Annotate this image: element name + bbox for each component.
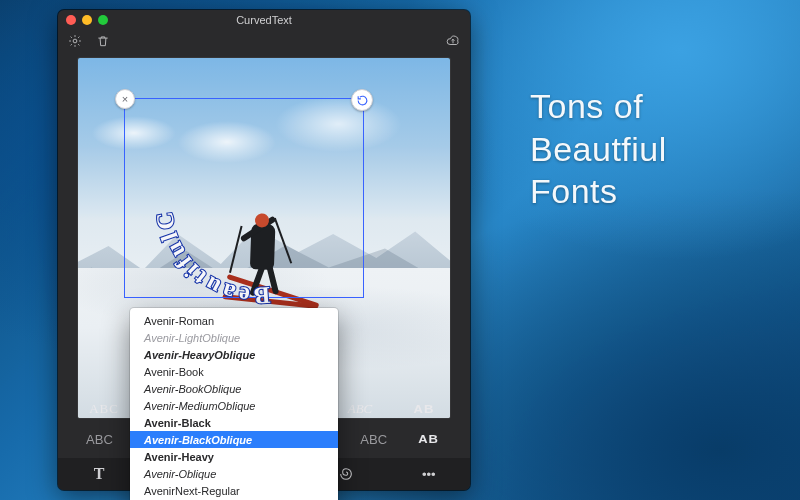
font-menu[interactable]: Avenir-RomanAvenir-LightObliqueAvenir-He…	[130, 308, 338, 500]
font-menu-item[interactable]: Avenir-Book	[130, 363, 338, 380]
svg-point-0	[73, 39, 77, 43]
tab-more[interactable]: •••	[388, 458, 470, 490]
font-menu-item[interactable]: Avenir-BookOblique	[130, 380, 338, 397]
gear-icon[interactable]	[68, 34, 82, 48]
font-menu-item[interactable]: Avenir-MediumOblique	[130, 397, 338, 414]
swirl-icon	[338, 466, 354, 482]
tagline-line: Tons of	[530, 87, 643, 125]
font-style-sample[interactable]: ABC	[346, 432, 401, 447]
app-window: CurvedText	[58, 10, 470, 490]
font-menu-item[interactable]: Avenir-BlackOblique	[130, 431, 338, 448]
font-style-sample[interactable]: AB	[401, 433, 456, 446]
font-style-sample[interactable]: AB	[392, 403, 456, 416]
zoom-window-button[interactable]	[98, 15, 108, 25]
font-menu-item[interactable]: Avenir-Roman	[130, 312, 338, 329]
cloud-upload-icon[interactable]	[446, 34, 460, 48]
titlebar: CurvedText	[58, 10, 470, 30]
font-menu-item[interactable]: Avenir-Heavy	[130, 448, 338, 465]
minimize-window-button[interactable]	[82, 15, 92, 25]
window-title: CurvedText	[58, 14, 470, 26]
tab-text-tool[interactable]: T	[58, 458, 140, 490]
tab-label: T	[94, 465, 105, 483]
font-style-sample[interactable]: ABC	[72, 432, 127, 447]
font-menu-item[interactable]: Avenir-HeavyOblique	[130, 346, 338, 363]
trash-icon[interactable]	[96, 34, 110, 48]
promo-backdrop: Tons of Beautfiul Fonts CurvedText	[0, 0, 800, 500]
font-menu-item[interactable]: AvenirNext-Regular	[130, 482, 338, 499]
window-controls	[66, 15, 108, 25]
font-menu-item[interactable]: Avenir-LightOblique	[130, 329, 338, 346]
tagline-line: Beautfiul	[530, 130, 667, 168]
close-icon[interactable]: ×	[115, 89, 135, 109]
text-selection-box[interactable]: ×	[124, 98, 364, 298]
font-menu-item[interactable]: Avenir-Black	[130, 414, 338, 431]
rotate-handle-icon[interactable]	[351, 89, 373, 111]
font-menu-item[interactable]: Avenir-Oblique	[130, 465, 338, 482]
marketing-tagline: Tons of Beautfiul Fonts	[530, 85, 770, 213]
toolbar	[58, 30, 470, 52]
close-window-button[interactable]	[66, 15, 76, 25]
font-style-sample[interactable]: ABC	[72, 401, 136, 417]
more-icon: •••	[422, 467, 436, 482]
tagline-line: Fonts	[530, 172, 618, 210]
